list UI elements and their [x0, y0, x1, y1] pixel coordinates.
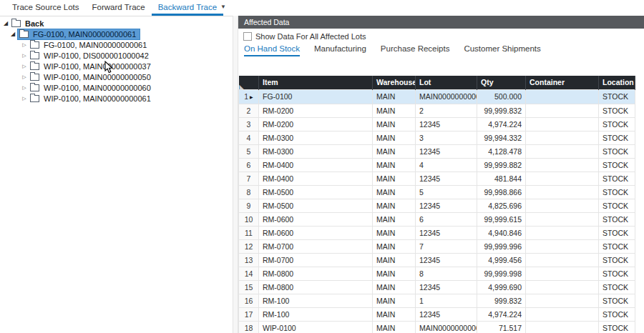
tree-node-content[interactable]: WIP-0100, MAIN00000000061: [29, 94, 155, 104]
row-number[interactable]: 4: [239, 131, 259, 144]
cell-container[interactable]: [526, 158, 599, 172]
row-number[interactable]: 17: [239, 307, 259, 321]
column-header-item[interactable]: Item: [259, 76, 373, 89]
tree-node-content[interactable]: Back: [10, 19, 47, 29]
cell-warehouse[interactable]: MAIN: [373, 280, 416, 294]
tree-node[interactable]: ◢Back: [0, 18, 233, 29]
cell-container[interactable]: [526, 131, 599, 144]
cell-lot[interactable]: 1: [416, 294, 477, 307]
cell-lot[interactable]: 12345: [416, 253, 477, 267]
cell-item[interactable]: RM-0400: [259, 158, 373, 172]
cell-lot[interactable]: 3: [416, 131, 477, 144]
cell-item[interactable]: RM-0700: [259, 239, 373, 253]
collapse-arrow-icon[interactable]: ▷: [20, 39, 29, 50]
cell-qty[interactable]: 481.844: [477, 172, 526, 185]
cell-item[interactable]: WIP-0100: [259, 321, 373, 333]
tree-node[interactable]: ▷WIP-0100, MAIN00000000060: [0, 82, 233, 93]
cell-qty[interactable]: 4,940.846: [477, 226, 526, 239]
row-number[interactable]: 15: [239, 280, 259, 294]
row-number[interactable]: 6: [239, 158, 259, 172]
cell-location[interactable]: STOCK: [599, 294, 635, 307]
cell-warehouse[interactable]: MAIN: [373, 199, 416, 212]
cell-qty[interactable]: 99,999.832: [477, 104, 526, 117]
column-header-warehouse[interactable]: Warehouse: [373, 76, 416, 89]
cell-location[interactable]: STOCK: [599, 199, 635, 212]
tree-node-content[interactable]: WIP-0100, MAIN00000000037: [29, 61, 155, 71]
cell-container[interactable]: [526, 172, 599, 185]
cell-item[interactable]: RM-100: [259, 307, 373, 321]
cell-location[interactable]: STOCK: [599, 253, 635, 267]
column-header-container[interactable]: Container: [526, 76, 599, 89]
cell-warehouse[interactable]: MAIN: [373, 131, 416, 144]
cell-container[interactable]: [526, 89, 599, 104]
cell-warehouse[interactable]: MAIN: [373, 185, 416, 199]
column-header-location[interactable]: Location: [599, 76, 635, 89]
row-number[interactable]: 9: [239, 199, 259, 212]
cell-qty[interactable]: 99,999.615: [477, 212, 526, 226]
cell-lot[interactable]: MAIN00000000061: [416, 321, 477, 333]
cell-qty[interactable]: 4,974.224: [477, 117, 526, 131]
tree-node-content[interactable]: FG-0100, MAIN00000000061: [29, 40, 150, 50]
cell-qty[interactable]: 4,974.224: [477, 307, 526, 321]
tree-node-content[interactable]: WIP-0100, MAIN00000000060: [29, 83, 155, 93]
cell-lot[interactable]: 12345: [416, 144, 477, 158]
cell-container[interactable]: [526, 144, 599, 158]
tab-backward-trace[interactable]: Backward Trace: [152, 0, 223, 16]
tree-node-content[interactable]: FG-0100, MAIN00000000061: [17, 29, 140, 40]
cell-container[interactable]: [526, 212, 599, 226]
subtab-on-hand-stock[interactable]: On Hand Stock: [244, 44, 300, 56]
subtab-purchase-receipts[interactable]: Purchase Receipts: [381, 44, 450, 56]
row-number[interactable]: 5: [239, 144, 259, 158]
cell-warehouse[interactable]: MAIN: [373, 239, 416, 253]
expand-arrow-icon[interactable]: ◢: [1, 18, 10, 29]
cell-qty[interactable]: 99,999.998: [477, 267, 526, 280]
cell-qty[interactable]: 99,999.882: [477, 158, 526, 172]
cell-container[interactable]: [526, 294, 599, 307]
cell-lot[interactable]: MAIN00000000061: [416, 89, 477, 104]
row-number[interactable]: 2: [239, 104, 259, 117]
subtab-customer-shipments[interactable]: Customer Shipments: [464, 44, 540, 56]
column-header-qty[interactable]: Qty: [477, 76, 526, 89]
cell-lot[interactable]: 8: [416, 267, 477, 280]
row-number[interactable]: 7: [239, 172, 259, 185]
row-number[interactable]: 13: [239, 253, 259, 267]
cell-item[interactable]: RM-0700: [259, 253, 373, 267]
cell-location[interactable]: STOCK: [599, 226, 635, 239]
cell-container[interactable]: [526, 104, 599, 117]
cell-qty[interactable]: 500.000: [477, 89, 526, 104]
cell-container[interactable]: [526, 226, 599, 239]
cell-warehouse[interactable]: MAIN: [373, 307, 416, 321]
row-number[interactable]: 3: [239, 117, 259, 131]
cell-warehouse[interactable]: MAIN: [373, 226, 416, 239]
tree-node[interactable]: ▷WIP-0100, MAIN00000000050: [0, 71, 233, 82]
cell-container[interactable]: [526, 239, 599, 253]
row-number[interactable]: 1▶: [239, 89, 259, 104]
cell-lot[interactable]: 12345: [416, 226, 477, 239]
cell-lot[interactable]: 6: [416, 212, 477, 226]
cell-location[interactable]: STOCK: [599, 131, 635, 144]
cell-warehouse[interactable]: MAIN: [373, 117, 416, 131]
collapse-arrow-icon[interactable]: ▷: [20, 61, 29, 71]
select-all-corner[interactable]: ◣: [239, 76, 259, 89]
cell-warehouse[interactable]: MAIN: [373, 158, 416, 172]
cell-container[interactable]: [526, 253, 599, 267]
tree-node[interactable]: ▷WIP-0100, MAIN00000000061: [0, 93, 233, 104]
cell-location[interactable]: STOCK: [599, 321, 635, 333]
cell-qty[interactable]: 4,128.478: [477, 144, 526, 158]
cell-container[interactable]: [526, 307, 599, 321]
cell-location[interactable]: STOCK: [599, 280, 635, 294]
cell-location[interactable]: STOCK: [599, 172, 635, 185]
cell-warehouse[interactable]: MAIN: [373, 89, 416, 104]
cell-location[interactable]: STOCK: [599, 267, 635, 280]
cell-lot[interactable]: 12345: [416, 172, 477, 185]
cell-warehouse[interactable]: MAIN: [373, 294, 416, 307]
tree-node[interactable]: ▷WIP-0100, DIS000001000042: [0, 50, 233, 61]
cell-qty[interactable]: 4,999.456: [477, 253, 526, 267]
cell-qty[interactable]: 99,999.996: [477, 239, 526, 253]
collapse-arrow-icon[interactable]: ▷: [20, 82, 29, 93]
cell-location[interactable]: STOCK: [599, 117, 635, 131]
tree-node[interactable]: ▷FG-0100, MAIN00000000061: [0, 39, 233, 50]
cell-item[interactable]: RM-0600: [259, 212, 373, 226]
cell-item[interactable]: RM-0300: [259, 131, 373, 144]
cell-item[interactable]: RM-0200: [259, 104, 373, 117]
